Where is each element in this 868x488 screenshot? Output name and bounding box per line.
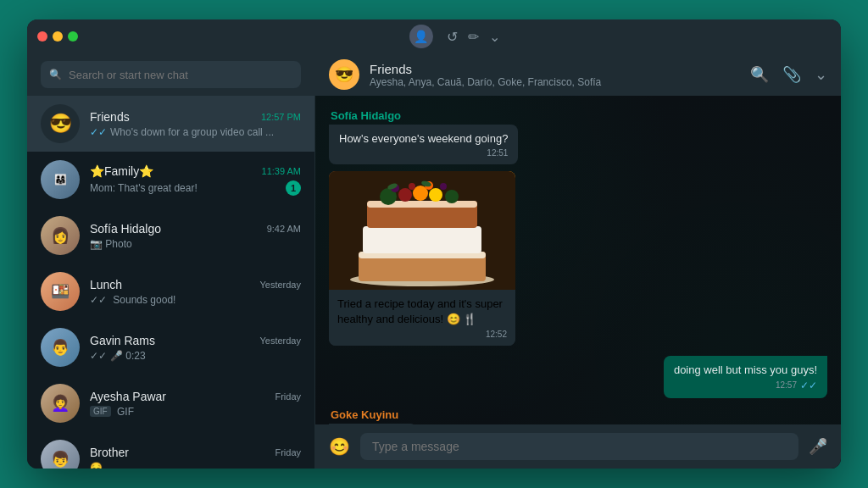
chat-header-members: Ayesha, Anya, Cauã, Darío, Goke, Francis… <box>370 76 740 88</box>
chat-preview-sofia: 📷 Photo <box>90 238 301 250</box>
unread-badge-family: 1 <box>286 180 301 196</box>
chat-preview-gavin: ✓✓ 🎤 0:23 <box>90 350 301 362</box>
svg-point-10 <box>429 188 442 202</box>
close-button[interactable] <box>37 31 47 42</box>
title-bar: 👤 ↺ ✏ ⌄ <box>27 19 841 53</box>
msg-meta: 12:51 <box>339 148 508 158</box>
chat-panel: 😎 Friends Ayesha, Anya, Cauã, Darío, Gok… <box>315 53 841 469</box>
sender-name-goke: Goke Kuyinu <box>329 408 398 421</box>
search-bar[interactable]: 🔍 <box>41 61 301 88</box>
title-bar-center: 👤 ↺ ✏ ⌄ <box>78 25 831 48</box>
image-bubble: Tried a recipe today and it's super heal… <box>329 171 515 345</box>
chat-preview-family: Mom: That's great dear! 1 <box>90 180 301 196</box>
main-content: 🔍 😎 Friends 12:57 PM ✓✓ Who' <box>27 53 841 469</box>
message-group-goke: Goke Kuyinu Omg 😩😩😩 12:57 <box>329 408 827 424</box>
chevron-icon[interactable]: ⌄ <box>489 29 500 45</box>
chat-info-gavin: Gavin Rams Yesterday ✓✓ 🎤 0:23 <box>90 334 301 362</box>
cake-image <box>329 171 515 290</box>
chat-preview-lunch: ✓✓ Sounds good! <box>90 294 301 306</box>
chat-item-sofia[interactable]: 👩 Sofía Hidalgo 9:42 AM 📷 Photo <box>27 208 314 263</box>
more-options-icon[interactable]: ⌄ <box>815 65 827 84</box>
chat-input-area: 😊 🎤 <box>315 424 841 469</box>
msg-meta-sent-1: 12:57 ✓✓ <box>674 380 817 391</box>
traffic-lights <box>37 31 78 42</box>
avatar-family: 👨‍👩‍👧 <box>41 160 80 199</box>
chat-preview-ayesha: GIF GIF <box>90 406 301 418</box>
svg-point-8 <box>398 188 412 202</box>
search-icon: 🔍 <box>49 69 62 80</box>
voice-message-button[interactable]: 🎤 <box>809 437 827 456</box>
chat-time-gavin: Yesterday <box>259 336 301 346</box>
chat-name-ayesha: Ayesha Pawar <box>90 390 166 403</box>
chat-time-ayesha: Friday <box>275 391 301 402</box>
emoji-button[interactable]: 😊 <box>329 436 350 457</box>
edit-icon[interactable]: ✏ <box>468 29 479 45</box>
maximize-button[interactable] <box>68 31 78 42</box>
title-bar-actions: ↺ ✏ ⌄ <box>447 29 500 45</box>
chat-header-info: Friends Ayesha, Anya, Cauã, Darío, Goke,… <box>370 62 740 88</box>
chat-header: 😎 Friends Ayesha, Anya, Cauã, Darío, Gok… <box>315 53 841 96</box>
attach-icon[interactable]: 📎 <box>782 65 801 84</box>
chat-item-lunch[interactable]: 🍱 Lunch Yesterday ✓✓ Sounds good! <box>27 263 314 319</box>
msg-meta-cake: 12:52 <box>337 330 507 339</box>
avatar-sofia: 👩 <box>41 216 80 255</box>
msg-text: How's everyone's weekend going? <box>339 131 508 147</box>
chat-time-family: 11:39 AM <box>262 166 301 176</box>
minimize-button[interactable] <box>53 31 63 42</box>
svg-point-15 <box>440 183 447 190</box>
profile-avatar[interactable]: 👤 <box>409 25 433 48</box>
chat-info-family: ⭐Family⭐ 11:39 AM Mom: That's great dear… <box>90 164 301 196</box>
chat-list: 😎 Friends 12:57 PM ✓✓ Who's down for a g… <box>27 96 314 469</box>
chat-time-brother: Friday <box>275 447 301 458</box>
chat-name-sofia: Sofía Hidalgo <box>90 222 161 236</box>
search-messages-icon[interactable]: 🔍 <box>750 65 769 84</box>
chat-item-brother[interactable]: 👦 Brother Friday 😔 <box>27 431 314 469</box>
chat-header-name: Friends <box>370 62 740 76</box>
svg-rect-4 <box>363 226 481 253</box>
chat-header-actions: 🔍 📎 ⌄ <box>750 65 827 84</box>
cake-caption: Tried a recipe today and it's super heal… <box>329 290 515 345</box>
chat-name-brother: Brother <box>90 446 129 459</box>
search-input[interactable] <box>69 69 292 81</box>
chat-time-lunch: Yesterday <box>259 280 301 290</box>
chat-name-family: ⭐Family⭐ <box>90 164 153 178</box>
message-sofia-1: How's everyone's weekend going? 12:51 <box>329 125 518 164</box>
chat-item-ayesha[interactable]: 👩‍🦱 Ayesha Pawar Friday GIF GIF <box>27 375 314 431</box>
message-input[interactable] <box>360 433 798 460</box>
svg-point-11 <box>445 190 459 203</box>
chat-name-friends: Friends <box>90 110 130 124</box>
avatar-lunch: 🍱 <box>41 272 80 311</box>
chat-info-sofia: Sofía Hidalgo 9:42 AM 📷 Photo <box>90 222 301 250</box>
app-window: 👤 ↺ ✏ ⌄ 🔍 😎 <box>27 19 841 469</box>
message-cake-image: Tried a recipe today and it's super heal… <box>329 171 827 345</box>
avatar-ayesha: 👩‍🦱 <box>41 384 80 423</box>
chat-item-gavin[interactable]: 👨 Gavin Rams Yesterday ✓✓ 🎤 0:23 <box>27 319 314 375</box>
messages-area: Sofía Hidalgo How's everyone's weekend g… <box>315 96 841 424</box>
chat-item-family[interactable]: 👨‍👩‍👧 ⭐Family⭐ 11:39 AM Mom: That's grea… <box>27 152 314 208</box>
svg-point-13 <box>409 183 415 190</box>
message-group-sofia: Sofía Hidalgo How's everyone's weekend g… <box>329 109 827 164</box>
chat-header-avatar: 😎 <box>329 59 359 90</box>
avatar-gavin: 👨 <box>41 328 80 367</box>
chat-name-lunch: Lunch <box>90 278 122 291</box>
sender-name-sofia: Sofía Hidalgo <box>329 109 401 122</box>
chat-info-friends: Friends 12:57 PM ✓✓ Who's down for a gro… <box>90 110 301 138</box>
chat-time-friends: 12:57 PM <box>261 112 301 122</box>
chat-preview-brother: 😔 <box>90 462 301 469</box>
avatar-brother: 👦 <box>41 440 80 469</box>
chat-info-ayesha: Ayesha Pawar Friday GIF GIF <box>90 390 301 418</box>
avatar-friends: 😎 <box>41 104 80 143</box>
read-ticks: ✓✓ <box>800 380 817 391</box>
chat-time-sofia: 9:42 AM <box>267 224 301 234</box>
message-sent-1: doing well but miss you guys! 12:57 ✓✓ <box>664 356 827 398</box>
sync-icon[interactable]: ↺ <box>447 29 458 45</box>
sidebar-header: 🔍 <box>27 53 314 96</box>
chat-name-gavin: Gavin Rams <box>90 334 155 347</box>
msg-time: 12:51 <box>487 148 508 158</box>
chat-item-friends[interactable]: 😎 Friends 12:57 PM ✓✓ Who's down for a g… <box>27 96 314 152</box>
message-row-sent-1: doing well but miss you guys! 12:57 ✓✓ <box>329 356 827 398</box>
sidebar: 🔍 😎 Friends 12:57 PM ✓✓ Who' <box>27 53 315 469</box>
chat-info-lunch: Lunch Yesterday ✓✓ Sounds good! <box>90 278 301 306</box>
chat-preview-friends: ✓✓ Who's down for a group video call ... <box>90 126 301 138</box>
chat-info-brother: Brother Friday 😔 <box>90 446 301 469</box>
